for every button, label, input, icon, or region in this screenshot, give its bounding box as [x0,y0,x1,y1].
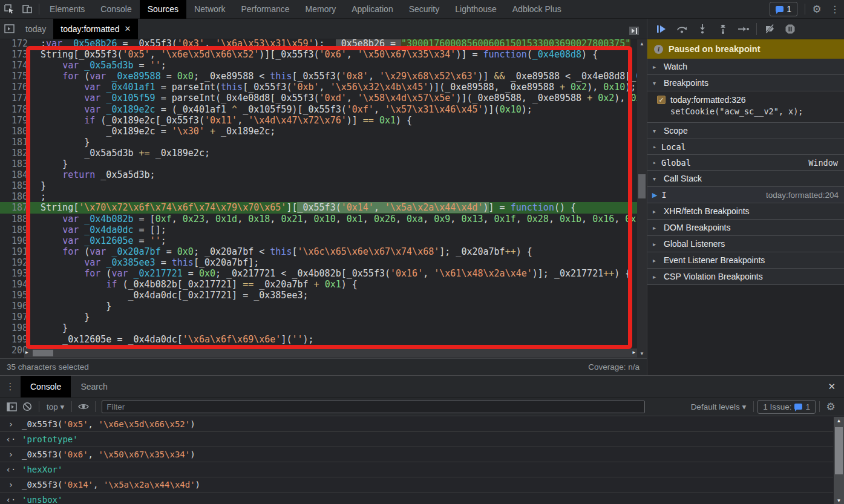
levels-dropdown[interactable]: Default levels ▾ [687,402,750,411]
console-sidebar-icon[interactable] [4,399,19,414]
code-line[interactable]: 184 return _0x5a5d3b; [0,169,637,180]
console-input[interactable]: ›_0x55f3('0x5', '\x6e\x5d\x66\x52') [0,417,833,432]
line-number[interactable]: 191 [0,246,33,257]
sidebar-section-csp-violation-breakpoints[interactable]: ▸CSP Violation Breakpoints [647,269,844,285]
line-number[interactable]: 187 [0,202,33,213]
sidebar-section-global-listeners[interactable]: ▸Global Listeners [647,236,844,252]
line-number[interactable]: 178 [0,104,33,115]
device-toolbar-icon[interactable] [18,0,36,18]
line-number[interactable]: 176 [0,82,33,93]
code-line[interactable]: 199 _0x12605e = _0x4da0dc['\x6a\x6f\x69\… [0,334,637,345]
scope-global[interactable]: ▸ Global Window [647,155,844,171]
line-number[interactable]: 188 [0,214,33,224]
main-tab-lighthouse[interactable]: Lighthouse [447,0,505,19]
context-selector[interactable]: top ▾ [43,402,68,411]
console-result[interactable]: ‹·'prototype' [0,432,833,447]
line-number[interactable]: 189 [0,224,33,235]
close-tab-icon[interactable]: ✕ [125,19,131,39]
code-line[interactable]: 180 _0x189e2c = '\x30' + _0x189e2c; [0,126,637,137]
line-number[interactable]: 196 [0,301,33,312]
console-input[interactable]: ›_0x55f3('0x14', '\x5a\x2a\x44\x4d') [0,477,833,493]
scrollbar-thumb[interactable] [33,350,53,356]
step-into-icon[interactable] [695,23,710,35]
code-line[interactable]: 177 var _0x105f59 = parseInt(_0x4e08d8[_… [0,93,637,103]
line-number[interactable]: 190 [0,235,33,246]
drawer-menu-icon[interactable]: ⋮ [0,381,21,392]
scroll-down-icon[interactable]: ▼ [637,351,647,356]
console-scrollbar[interactable]: ▲ ▼ [834,417,844,504]
code-line[interactable]: 175 for (var _0xe89588 = 0x0; _0xe89588 … [0,71,637,82]
scroll-left-icon[interactable]: ▸ [25,349,28,355]
code-line[interactable]: 198 } [0,322,637,333]
main-tab-console[interactable]: Console [93,0,139,19]
main-tab-application[interactable]: Application [344,0,401,19]
code-line[interactable]: 192 var _0x385ee3 = this[_0x20a7bf]; [0,257,637,268]
code-line[interactable]: 183 } [0,159,637,169]
console-settings-icon[interactable]: ⚙ [823,399,838,414]
code-line[interactable]: 193 for (var _0x217721 = 0x0; _0x217721 … [0,268,637,279]
file-tab-today-formatted[interactable]: today:formatted✕ [53,19,138,39]
clear-console-icon[interactable] [19,399,35,414]
sidebar-section-watch[interactable]: ▸ Watch [647,59,844,75]
code-line[interactable]: 176 var _0x401af1 = parseInt(this[_0x55f… [0,82,637,93]
main-tab-adblock-plus[interactable]: Adblock Plus [505,0,569,19]
line-number[interactable]: 195 [0,290,33,301]
step-over-icon[interactable] [674,23,690,35]
console-result[interactable]: ‹·'unsbox' [0,493,833,504]
line-number[interactable]: 199 [0,334,33,345]
drawer-tab-console[interactable]: Console [21,376,71,398]
code-line[interactable]: 174 var _0x5a5d3b = ''; [0,60,637,71]
scope-local[interactable]: ▸ Local [647,139,844,155]
breakpoint-entry[interactable]: ✓ today:formatted:326 setCookie("acw_sc_… [647,91,844,123]
execution-line[interactable]: 187String['\x70\x72\x6f\x74\x6f\x74\x79\… [0,202,637,213]
line-number[interactable]: 197 [0,312,33,322]
scroll-down-icon[interactable]: ▼ [834,498,844,503]
inspect-element-icon[interactable] [0,0,18,18]
code-line[interactable]: 194 if (_0x4b082b[_0x217721] == _0x20a7b… [0,279,637,290]
line-number[interactable]: 194 [0,279,33,290]
line-number[interactable]: 184 [0,169,33,180]
issue-counter[interactable]: 1 Issue: 1 [757,400,816,414]
code-line[interactable]: 179 if (_0x189e2c[_0x55f3('0x11', '\x4d\… [0,115,637,126]
deactivate-breakpoints-icon[interactable] [762,23,777,35]
show-navigator-icon[interactable] [0,20,18,38]
issues-badge[interactable]: 1 [770,2,797,16]
code-line[interactable]: 173String[_0x55f3('0x5', '\x6e\x5d\x66\x… [0,49,637,60]
code-line[interactable]: 195 _0x4da0dc[_0x217721] = _0x385ee3; [0,290,637,301]
line-number[interactable]: 185 [0,180,33,191]
line-number[interactable]: 186 [0,191,33,202]
drawer-tab-search[interactable]: Search [71,376,117,398]
scroll-up-icon[interactable]: ▲ [834,418,844,424]
line-number[interactable]: 182 [0,148,33,159]
line-number[interactable]: 173 [0,49,33,60]
sidebar-section-dom-breakpoints[interactable]: ▸DOM Breakpoints [647,220,844,236]
main-tab-memory[interactable]: Memory [298,0,344,19]
console-filter-input[interactable] [102,401,645,413]
code-editor[interactable]: 172;var _0x5e8b26 = _0x55f3('0x3', '\x6a… [0,39,647,358]
code-line[interactable]: 185} [0,180,637,191]
code-line[interactable]: 172;var _0x5e8b26 = _0x55f3('0x3', '\x6a… [0,39,637,49]
breakpoint-checkbox[interactable]: ✓ [657,96,666,104]
line-number[interactable]: 177 [0,93,33,103]
code-line[interactable]: 178 var _0x189e2c = (_0x401af1 ^ _0x105f… [0,104,637,115]
scroll-right-icon[interactable]: ▸ [632,349,635,355]
live-expression-eye-icon[interactable] [76,399,91,414]
code-line[interactable]: 190 var _0x12605e = ''; [0,235,637,246]
file-tab-today[interactable]: today [18,19,53,39]
scrollbar-thumb[interactable] [835,427,843,474]
code-line[interactable]: 191 for (var _0x20a7bf = 0x0; _0x20a7bf … [0,246,637,257]
sidebar-section-callstack[interactable]: ▾ Call Stack [647,171,844,187]
main-tab-sources[interactable]: Sources [140,0,186,19]
editor-horizontal-scrollbar[interactable]: ▸ ▸ [24,349,637,358]
code-line[interactable]: 189 var _0x4da0dc = []; [0,224,637,235]
editor-vertical-scrollbar[interactable]: ▲ ▼ [637,39,647,358]
console-input[interactable]: ›_0x55f3('0x6', '\x50\x67\x35\x34') [0,447,833,462]
close-drawer-icon[interactable]: ✕ [828,381,844,392]
line-number[interactable]: 198 [0,322,33,333]
line-number[interactable]: 175 [0,71,33,82]
line-number[interactable]: 174 [0,60,33,71]
console-result[interactable]: ‹·'hexXor' [0,462,833,477]
show-debugger-sidebar-icon[interactable] [625,22,643,40]
line-number[interactable]: 192 [0,257,33,268]
resume-script-icon[interactable] [653,23,669,35]
